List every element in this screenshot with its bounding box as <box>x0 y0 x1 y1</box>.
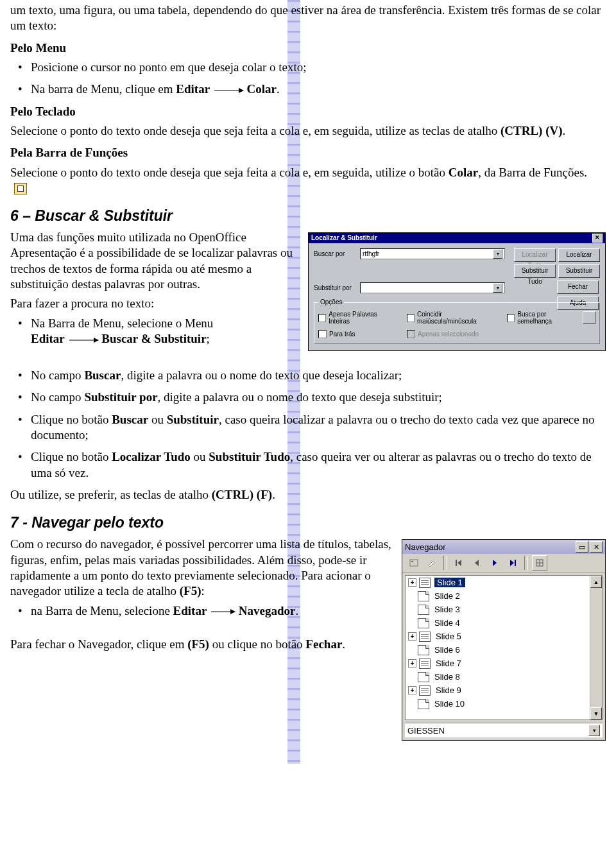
text-bold: Editar <box>31 332 65 345</box>
find-button[interactable]: Localizar <box>558 248 600 262</box>
first-icon[interactable] <box>451 555 466 571</box>
tree-item-label: Slide 6 <box>433 645 461 655</box>
find-input[interactable]: rtfhgfr▾ <box>360 248 505 259</box>
dialog-titlebar: Localizar & Substituir ✕ <box>309 233 605 243</box>
svg-rect-11 <box>515 560 516 566</box>
text-bold: Colar <box>449 166 478 179</box>
paragraph-6-intro: Uma das funções muito utilizada no OpenO… <box>10 230 305 292</box>
expand-spacer <box>408 700 415 707</box>
bullet-find-replace-all-btn: Clique no botão Localizar Tudo ou Substi… <box>24 449 606 481</box>
heading-pelo-teclado: Pelo Teclado <box>10 104 606 119</box>
chevron-down-icon[interactable]: ▾ <box>493 283 502 293</box>
text: : <box>201 584 205 598</box>
svg-marker-8 <box>475 560 479 566</box>
text-bold: Substituir por <box>84 390 157 404</box>
find-input-value: rtfhgfr <box>363 250 379 257</box>
text: Ou utilize, se preferir, as teclas de at… <box>10 488 212 501</box>
minimize-icon[interactable]: ▭ <box>576 541 588 553</box>
tree-item[interactable]: +Slide 7 <box>406 657 602 670</box>
tree-item[interactable]: +Slide 5 <box>406 630 602 643</box>
text-bold: Fechar <box>305 637 342 651</box>
tree-item[interactable]: Slide 6 <box>406 643 602 657</box>
text-bold: Editar <box>176 82 210 96</box>
dialog-title: Localizar & Substituir <box>311 233 377 243</box>
svg-marker-3 <box>94 338 99 343</box>
tree-item[interactable]: +Slide 9 <box>406 684 602 697</box>
tree-item[interactable]: +Slide 1 <box>406 576 602 589</box>
svg-marker-1 <box>239 88 244 93</box>
heading-6: 6 – Buscar & Substituir <box>10 207 606 225</box>
scroll-up-icon[interactable]: ▲ <box>590 576 602 588</box>
navigator-doc-selector[interactable]: GIESSEN ▾ <box>405 723 603 737</box>
slide-icon <box>419 578 431 588</box>
find-all-button[interactable]: Localizar Tudo <box>514 248 556 262</box>
text-bold: Editar <box>173 604 207 617</box>
bullet-find-replace-btn: Clique no botão Buscar ou Substituir, ca… <box>24 412 606 444</box>
text: , digite a palavra ou o nome do texto qu… <box>158 390 442 404</box>
tree-item-label: Slide 1 <box>434 578 465 587</box>
expand-spacer <box>408 646 415 653</box>
expand-icon[interactable]: + <box>408 578 416 587</box>
replace-all-button[interactable]: Substituir Tudo <box>514 264 556 278</box>
toolbar-pencil-icon[interactable] <box>424 555 440 571</box>
tree-item[interactable]: Slide 2 <box>406 589 602 603</box>
text: No campo <box>31 368 84 382</box>
expand-spacer <box>408 619 415 626</box>
text: Clique no botão <box>31 413 112 426</box>
navigator-titlebar: Navegador ▭ ✕ <box>402 540 605 554</box>
expand-icon[interactable]: + <box>408 632 416 641</box>
prev-icon[interactable] <box>469 555 484 571</box>
text: , digite a palavra ou o nome do texto qu… <box>121 368 402 382</box>
tree-item[interactable]: Slide 10 <box>406 697 602 711</box>
text-bold: Buscar <box>84 368 121 382</box>
close-button[interactable]: Fechar <box>557 280 599 294</box>
replace-button[interactable]: Substituir <box>558 264 600 278</box>
scroll-down-icon[interactable]: ▼ <box>590 707 602 719</box>
tree-item-label: Slide 4 <box>433 618 461 628</box>
text-bold: Buscar <box>112 413 148 426</box>
options-group-label: Opções <box>318 298 344 306</box>
slide-icon <box>419 632 431 642</box>
slide-icon <box>418 672 429 682</box>
bullet-6-menu: Na Barra de Menu, selecione o Menu Edita… <box>24 316 606 347</box>
replace-input[interactable]: ▾ <box>360 282 505 293</box>
arrow-icon <box>210 608 235 615</box>
paragraph-teclado: Selecione o ponto do texto onde deseja q… <box>10 123 606 139</box>
toolbar-icon-1[interactable] <box>406 555 422 571</box>
tree-item-label: Slide 7 <box>434 659 463 668</box>
tree-item[interactable]: Slide 8 <box>406 670 602 684</box>
chevron-down-icon[interactable]: ▾ <box>588 725 600 736</box>
toolbar-drag-icon[interactable] <box>532 555 547 571</box>
text: . <box>342 637 345 651</box>
svg-marker-14 <box>230 609 235 614</box>
arrow-icon <box>213 87 244 94</box>
expand-icon[interactable]: + <box>408 659 416 667</box>
chevron-down-icon[interactable]: ▾ <box>493 249 502 259</box>
svg-rect-5 <box>411 561 413 562</box>
last-icon[interactable] <box>505 555 520 571</box>
text-bold: Substituir <box>167 413 219 426</box>
close-icon[interactable]: ✕ <box>590 541 603 553</box>
slide-icon <box>418 645 429 655</box>
text: na Barra de Menu, selecione <box>31 604 173 617</box>
navigator-tree[interactable]: ▲ ▼ +Slide 1Slide 2Slide 3Slide 4+Slide … <box>405 575 603 720</box>
close-icon[interactable]: ✕ <box>592 234 603 243</box>
navigator-figure: Navegador ▭ ✕ ▲ ▼ +Slide 1Slide 2Slide 3… <box>402 539 606 741</box>
expand-icon[interactable]: + <box>408 686 416 694</box>
shortcut: (F5) <box>180 584 201 598</box>
next-icon[interactable] <box>487 555 502 571</box>
text: ou <box>148 413 167 426</box>
bullet-replace-field: No campo Substituir por, digite a palavr… <box>24 390 606 405</box>
svg-rect-4 <box>410 560 418 566</box>
paragraph-7-intro: Com o recurso do navegador, é possível p… <box>10 537 402 599</box>
text-bold: Colar <box>247 82 277 96</box>
text-bold: Substituir Tudo <box>209 450 290 463</box>
bullet-7-menu: na Barra de Menu, selecione Editar Naveg… <box>24 603 606 619</box>
heading-7: 7 - Navegar pelo texto <box>10 514 606 531</box>
tree-item-label: Slide 5 <box>434 632 463 641</box>
navigator-window: Navegador ▭ ✕ ▲ ▼ +Slide 1Slide 2Slide 3… <box>402 539 606 741</box>
text: Selecione o ponto do texto onde deseja q… <box>10 166 449 179</box>
scrollbar[interactable]: ▲ ▼ <box>590 576 602 719</box>
text: ou clique no botão <box>209 637 305 651</box>
expand-spacer <box>408 592 415 599</box>
